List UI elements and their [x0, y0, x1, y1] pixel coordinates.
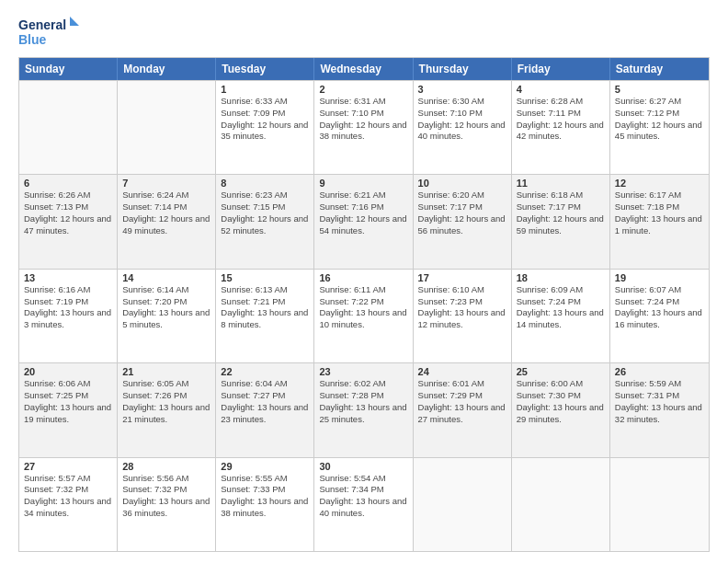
- day-number: 11: [517, 178, 605, 189]
- calendar-page: General Blue SundayMondayTuesdayWednesda…: [0, 0, 728, 563]
- day-info: Sunrise: 6:17 AM Sunset: 7:18 PM Dayligh…: [615, 190, 704, 236]
- day-cell-22: 22Sunrise: 6:04 AM Sunset: 7:27 PM Dayli…: [216, 363, 314, 456]
- day-number: 18: [517, 272, 605, 283]
- day-number: 25: [517, 366, 605, 377]
- day-cell-26: 26Sunrise: 5:59 AM Sunset: 7:31 PM Dayli…: [610, 363, 709, 456]
- header-day-sunday: Sunday: [19, 58, 118, 80]
- day-cell-25: 25Sunrise: 6:00 AM Sunset: 7:30 PM Dayli…: [512, 363, 610, 456]
- calendar: SundayMondayTuesdayWednesdayThursdayFrid…: [18, 57, 710, 552]
- header-day-thursday: Thursday: [414, 58, 512, 80]
- day-number: 14: [122, 272, 210, 283]
- day-cell-24: 24Sunrise: 6:01 AM Sunset: 7:29 PM Dayli…: [414, 363, 512, 456]
- day-info: Sunrise: 6:02 AM Sunset: 7:28 PM Dayligh…: [319, 378, 407, 425]
- day-info: Sunrise: 6:28 AM Sunset: 7:11 PM Dayligh…: [517, 96, 605, 143]
- day-info: Sunrise: 5:56 AM Sunset: 7:32 PM Dayligh…: [122, 473, 210, 520]
- day-number: 27: [24, 461, 112, 472]
- day-info: Sunrise: 5:59 AM Sunset: 7:31 PM Dayligh…: [615, 378, 704, 425]
- day-number: 30: [319, 461, 407, 472]
- empty-cell: [610, 458, 709, 551]
- calendar-header: SundayMondayTuesdayWednesdayThursdayFrid…: [19, 58, 709, 80]
- day-number: 10: [418, 178, 506, 189]
- day-info: Sunrise: 6:24 AM Sunset: 7:14 PM Dayligh…: [122, 190, 210, 236]
- day-info: Sunrise: 6:26 AM Sunset: 7:13 PM Dayligh…: [24, 190, 112, 236]
- day-info: Sunrise: 6:10 AM Sunset: 7:23 PM Dayligh…: [418, 284, 506, 331]
- calendar-row-4: 20Sunrise: 6:06 AM Sunset: 7:25 PM Dayli…: [19, 362, 709, 456]
- day-number: 19: [615, 272, 704, 283]
- svg-marker-2: [70, 17, 79, 26]
- day-cell-18: 18Sunrise: 6:09 AM Sunset: 7:24 PM Dayli…: [512, 270, 610, 362]
- day-info: Sunrise: 5:54 AM Sunset: 7:34 PM Dayligh…: [319, 473, 407, 520]
- day-cell-13: 13Sunrise: 6:16 AM Sunset: 7:19 PM Dayli…: [19, 270, 118, 362]
- header-day-saturday: Saturday: [610, 58, 709, 80]
- calendar-body: 1Sunrise: 6:33 AM Sunset: 7:09 PM Daylig…: [19, 80, 709, 551]
- day-info: Sunrise: 6:04 AM Sunset: 7:27 PM Dayligh…: [221, 378, 309, 425]
- empty-cell: [118, 81, 216, 174]
- day-cell-27: 27Sunrise: 5:57 AM Sunset: 7:32 PM Dayli…: [19, 458, 118, 551]
- day-cell-17: 17Sunrise: 6:10 AM Sunset: 7:23 PM Dayli…: [414, 270, 512, 362]
- day-number: 2: [319, 84, 407, 95]
- day-info: Sunrise: 6:27 AM Sunset: 7:12 PM Dayligh…: [615, 96, 704, 143]
- day-number: 26: [615, 366, 704, 377]
- day-info: Sunrise: 6:13 AM Sunset: 7:21 PM Dayligh…: [221, 284, 309, 331]
- day-cell-29: 29Sunrise: 5:55 AM Sunset: 7:33 PM Dayli…: [216, 458, 314, 551]
- empty-cell: [512, 458, 610, 551]
- day-number: 23: [319, 366, 407, 377]
- day-info: Sunrise: 6:33 AM Sunset: 7:09 PM Dayligh…: [221, 96, 309, 143]
- svg-text:Blue: Blue: [18, 32, 47, 47]
- day-info: Sunrise: 6:23 AM Sunset: 7:15 PM Dayligh…: [221, 190, 309, 236]
- day-cell-16: 16Sunrise: 6:11 AM Sunset: 7:22 PM Dayli…: [314, 270, 413, 362]
- day-cell-30: 30Sunrise: 5:54 AM Sunset: 7:34 PM Dayli…: [314, 458, 413, 551]
- day-number: 28: [122, 461, 210, 472]
- logo-svg: General Blue: [18, 15, 83, 48]
- day-number: 6: [24, 178, 112, 189]
- day-cell-6: 6Sunrise: 6:26 AM Sunset: 7:13 PM Daylig…: [19, 175, 118, 268]
- day-number: 15: [221, 272, 309, 283]
- empty-cell: [414, 458, 512, 551]
- day-info: Sunrise: 6:14 AM Sunset: 7:20 PM Dayligh…: [122, 284, 210, 331]
- day-info: Sunrise: 6:01 AM Sunset: 7:29 PM Dayligh…: [418, 378, 506, 425]
- calendar-row-5: 27Sunrise: 5:57 AM Sunset: 7:32 PM Dayli…: [19, 457, 709, 551]
- day-cell-4: 4Sunrise: 6:28 AM Sunset: 7:11 PM Daylig…: [512, 81, 610, 174]
- day-info: Sunrise: 6:06 AM Sunset: 7:25 PM Dayligh…: [24, 378, 112, 425]
- day-cell-14: 14Sunrise: 6:14 AM Sunset: 7:20 PM Dayli…: [118, 270, 216, 362]
- day-cell-21: 21Sunrise: 6:05 AM Sunset: 7:26 PM Dayli…: [118, 363, 216, 456]
- calendar-row-1: 1Sunrise: 6:33 AM Sunset: 7:09 PM Daylig…: [19, 80, 709, 174]
- svg-text:General: General: [18, 17, 66, 32]
- day-info: Sunrise: 6:11 AM Sunset: 7:22 PM Dayligh…: [319, 284, 407, 331]
- day-cell-7: 7Sunrise: 6:24 AM Sunset: 7:14 PM Daylig…: [118, 175, 216, 268]
- day-info: Sunrise: 5:57 AM Sunset: 7:32 PM Dayligh…: [24, 473, 112, 520]
- day-info: Sunrise: 6:21 AM Sunset: 7:16 PM Dayligh…: [319, 190, 407, 236]
- day-info: Sunrise: 6:18 AM Sunset: 7:17 PM Dayligh…: [517, 190, 605, 236]
- day-cell-23: 23Sunrise: 6:02 AM Sunset: 7:28 PM Dayli…: [314, 363, 413, 456]
- day-cell-2: 2Sunrise: 6:31 AM Sunset: 7:10 PM Daylig…: [314, 81, 413, 174]
- day-number: 13: [24, 272, 112, 283]
- calendar-row-3: 13Sunrise: 6:16 AM Sunset: 7:19 PM Dayli…: [19, 269, 709, 362]
- header-day-wednesday: Wednesday: [314, 58, 413, 80]
- top-header: General Blue: [18, 15, 710, 48]
- day-number: 20: [24, 366, 112, 377]
- day-info: Sunrise: 6:20 AM Sunset: 7:17 PM Dayligh…: [418, 190, 506, 236]
- day-number: 7: [122, 178, 210, 189]
- day-cell-20: 20Sunrise: 6:06 AM Sunset: 7:25 PM Dayli…: [19, 363, 118, 456]
- day-number: 22: [221, 366, 309, 377]
- day-number: 29: [221, 461, 309, 472]
- day-info: Sunrise: 6:16 AM Sunset: 7:19 PM Dayligh…: [24, 284, 112, 331]
- day-info: Sunrise: 6:00 AM Sunset: 7:30 PM Dayligh…: [517, 378, 605, 425]
- day-cell-1: 1Sunrise: 6:33 AM Sunset: 7:09 PM Daylig…: [216, 81, 314, 174]
- day-number: 21: [122, 366, 210, 377]
- header-day-friday: Friday: [512, 58, 610, 80]
- day-cell-5: 5Sunrise: 6:27 AM Sunset: 7:12 PM Daylig…: [610, 81, 709, 174]
- day-number: 8: [221, 178, 309, 189]
- day-info: Sunrise: 6:30 AM Sunset: 7:10 PM Dayligh…: [418, 96, 506, 143]
- day-info: Sunrise: 5:55 AM Sunset: 7:33 PM Dayligh…: [221, 473, 309, 520]
- day-cell-3: 3Sunrise: 6:30 AM Sunset: 7:10 PM Daylig…: [414, 81, 512, 174]
- day-number: 5: [615, 84, 704, 95]
- day-number: 4: [517, 84, 605, 95]
- day-cell-9: 9Sunrise: 6:21 AM Sunset: 7:16 PM Daylig…: [314, 175, 413, 268]
- day-number: 1: [221, 84, 309, 95]
- day-number: 17: [418, 272, 506, 283]
- day-cell-19: 19Sunrise: 6:07 AM Sunset: 7:24 PM Dayli…: [610, 270, 709, 362]
- day-info: Sunrise: 6:05 AM Sunset: 7:26 PM Dayligh…: [122, 378, 210, 425]
- day-number: 16: [319, 272, 407, 283]
- calendar-row-2: 6Sunrise: 6:26 AM Sunset: 7:13 PM Daylig…: [19, 174, 709, 268]
